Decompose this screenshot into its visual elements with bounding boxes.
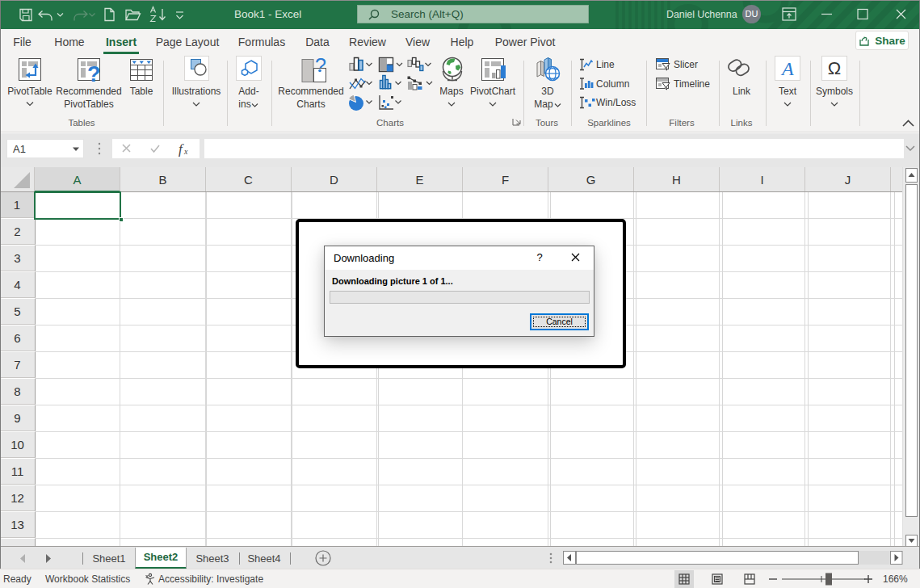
svg-text:Slicer: Slicer	[674, 59, 698, 70]
svg-text:Recommended: Recommended	[278, 86, 343, 97]
svg-text:Table: Table	[130, 86, 153, 97]
svg-text:Text: Text	[779, 86, 797, 97]
svg-text:PivotChart: PivotChart	[470, 86, 516, 97]
svg-text:PivotTable: PivotTable	[7, 86, 53, 97]
svg-text:f: f	[179, 141, 184, 157]
svg-text:PivotTables: PivotTables	[64, 99, 113, 110]
svg-text:Add-: Add-	[238, 86, 258, 97]
svg-text:A: A	[780, 58, 794, 79]
svg-text:Illustrations: Illustrations	[172, 86, 221, 97]
svg-text:Symbols: Symbols	[816, 86, 853, 97]
svg-text:Column: Column	[596, 78, 629, 90]
svg-text:Maps: Maps	[439, 86, 463, 97]
svg-text:x: x	[183, 147, 188, 156]
svg-text:Timeline: Timeline	[674, 78, 710, 90]
svg-text:?: ?	[87, 62, 101, 86]
svg-text:Charts: Charts	[296, 99, 325, 110]
svg-text:Win/Loss: Win/Loss	[596, 97, 636, 108]
svg-text:Line: Line	[596, 59, 615, 70]
svg-text:ins: ins	[238, 99, 250, 110]
svg-text:Map: Map	[534, 99, 553, 110]
svg-text:3D: 3D	[541, 86, 554, 97]
svg-text:Recommended: Recommended	[56, 86, 121, 97]
svg-text:Ω: Ω	[828, 58, 841, 78]
svg-text:Link: Link	[733, 86, 751, 97]
